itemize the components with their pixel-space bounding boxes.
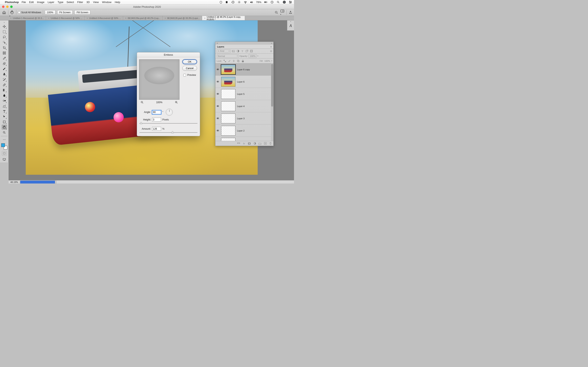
fill-screen-button[interactable]: Fill Screen bbox=[74, 10, 90, 15]
lock-paint-icon[interactable] bbox=[228, 59, 231, 63]
history-brush-tool[interactable] bbox=[2, 77, 7, 82]
menu-view[interactable]: View bbox=[93, 1, 99, 4]
dodge-tool[interactable] bbox=[2, 98, 7, 103]
doc-tab[interactable]: ×0E2A9126a.psd @ 48.2% (Lay... bbox=[123, 16, 163, 20]
menu-layer[interactable]: Layer bbox=[48, 1, 54, 4]
app-name[interactable]: Photoshop bbox=[5, 1, 19, 4]
home-button[interactable] bbox=[2, 10, 7, 15]
visibility-icon[interactable]: 👁 bbox=[216, 105, 219, 108]
doc-tab[interactable]: ×0E2A9126.psd @ 33.3% (Laye... bbox=[163, 16, 202, 20]
puzzle-icon[interactable] bbox=[225, 1, 229, 4]
menu-3d[interactable]: 3D bbox=[86, 1, 90, 4]
layer-row[interactable]: 👁 Layer 6 bbox=[215, 76, 273, 88]
battery-icon[interactable] bbox=[264, 1, 268, 4]
layer-scrollbar[interactable] bbox=[271, 63, 273, 141]
visibility-icon[interactable]: 👁 bbox=[216, 129, 219, 132]
blur-tool[interactable] bbox=[2, 93, 7, 98]
panel-expand-icon[interactable]: « bbox=[271, 42, 272, 44]
close-icon[interactable]: × bbox=[204, 17, 205, 19]
window-minimize-button[interactable] bbox=[6, 6, 9, 8]
shield-icon[interactable] bbox=[219, 1, 223, 4]
eraser-tool[interactable] bbox=[2, 82, 7, 87]
menu-filter[interactable]: Filter bbox=[77, 1, 83, 4]
healing-tool[interactable] bbox=[2, 61, 7, 66]
marquee-tool[interactable] bbox=[2, 29, 7, 34]
screen-mode-button[interactable] bbox=[2, 157, 7, 162]
fg-color-swatch[interactable] bbox=[1, 143, 5, 147]
layer-name[interactable]: Layer 6 copy bbox=[237, 68, 273, 71]
close-icon[interactable]: × bbox=[164, 17, 166, 19]
menu-image[interactable]: Image bbox=[37, 1, 44, 4]
filter-kind-dropdown[interactable]: Kind▾ bbox=[217, 49, 231, 53]
height-input[interactable] bbox=[152, 118, 161, 122]
layers-tab[interactable]: Layers bbox=[217, 45, 224, 48]
scrollbar-thumb[interactable] bbox=[271, 64, 273, 107]
close-icon[interactable]: × bbox=[125, 17, 126, 19]
menu-edit[interactable]: Edit bbox=[29, 1, 34, 4]
layer-name[interactable]: Layer 3 bbox=[237, 117, 273, 120]
panel-close-icon[interactable]: × bbox=[217, 42, 218, 44]
path-select-tool[interactable] bbox=[2, 114, 7, 119]
menu-type[interactable]: Type bbox=[58, 1, 63, 4]
stamp-tool[interactable] bbox=[2, 72, 7, 77]
wifi-icon[interactable] bbox=[244, 1, 247, 4]
timemachine-icon[interactable] bbox=[232, 1, 235, 4]
volume-icon[interactable] bbox=[250, 1, 253, 4]
layer-thumb[interactable] bbox=[221, 89, 235, 99]
layer-row[interactable]: 👁 Layer 4 bbox=[215, 100, 273, 112]
pen-tool[interactable] bbox=[2, 104, 7, 108]
panel-menu-icon[interactable]: ≡ bbox=[270, 45, 272, 48]
angle-wheel[interactable] bbox=[166, 109, 173, 116]
layer-row[interactable] bbox=[215, 137, 273, 141]
layer-name[interactable]: Layer 4 bbox=[237, 105, 273, 108]
character-panel-icon[interactable]: A bbox=[288, 23, 294, 29]
spotlight-icon[interactable] bbox=[277, 1, 280, 4]
window-maximize-button[interactable] bbox=[10, 6, 13, 8]
layer-thumb[interactable] bbox=[221, 101, 235, 111]
menu-select[interactable]: Select bbox=[67, 1, 74, 4]
filter-pixel-icon[interactable] bbox=[232, 50, 235, 53]
menu-help[interactable]: Help bbox=[115, 1, 120, 4]
layer-mask-icon[interactable] bbox=[248, 142, 251, 145]
window-close-button[interactable] bbox=[2, 6, 4, 8]
layer-thumb[interactable] bbox=[221, 77, 235, 87]
gradient-tool[interactable] bbox=[2, 88, 7, 92]
cancel-button[interactable]: Cancel bbox=[182, 66, 197, 71]
angle-input[interactable] bbox=[152, 110, 161, 114]
lasso-tool[interactable] bbox=[2, 35, 7, 40]
blend-mode-dropdown[interactable]: Normal▾ bbox=[217, 54, 239, 58]
clock-icon[interactable] bbox=[270, 1, 274, 4]
filter-toggle[interactable] bbox=[270, 50, 272, 52]
layer-name[interactable]: Layer 5 bbox=[237, 93, 273, 95]
link-layers-icon[interactable] bbox=[237, 142, 240, 145]
panel-collapse-icon[interactable]: « bbox=[290, 20, 291, 23]
layer-row[interactable]: 👁 Layer 5 bbox=[215, 88, 273, 100]
hand-tool-icon[interactable]: ▾ bbox=[10, 10, 15, 15]
filter-preview[interactable] bbox=[139, 59, 180, 100]
search-icon[interactable] bbox=[275, 11, 278, 14]
new-layer-icon[interactable] bbox=[264, 142, 267, 145]
layer-name[interactable]: Layer 6 bbox=[237, 81, 273, 83]
filter-shape-icon[interactable] bbox=[245, 50, 249, 53]
layer-row[interactable]: 👁 Layer 6 copy bbox=[215, 63, 273, 76]
move-tool[interactable] bbox=[2, 24, 7, 29]
amount-input[interactable] bbox=[152, 127, 161, 131]
visibility-icon[interactable]: 👁 bbox=[216, 117, 219, 120]
group-icon[interactable] bbox=[258, 142, 261, 145]
progress-handle[interactable]: › bbox=[55, 181, 57, 184]
doc-tab[interactable]: ×Untitled-3-Recovered @ 50% ... bbox=[85, 16, 123, 20]
workspace-icon[interactable]: ▾ bbox=[280, 9, 285, 16]
layer-row[interactable]: 👁 Layer 2 bbox=[215, 125, 273, 137]
edit-toolbar-button[interactable]: ⋯ bbox=[2, 137, 7, 142]
scroll-all-checkbox[interactable]: Scroll All Windows bbox=[18, 11, 41, 14]
lock-trans-icon[interactable] bbox=[223, 59, 226, 63]
control-center-icon[interactable] bbox=[289, 1, 292, 4]
brush-tool[interactable] bbox=[2, 67, 7, 71]
amount-slider[interactable] bbox=[139, 131, 198, 134]
share-icon[interactable] bbox=[289, 11, 292, 14]
close-icon[interactable]: × bbox=[48, 17, 49, 19]
doc-tab[interactable]: ×Untitled-1-Recovered @ 33.3... bbox=[8, 16, 46, 20]
layer-fx-icon[interactable]: fx bbox=[242, 142, 246, 145]
layer-thumb[interactable] bbox=[221, 138, 235, 141]
filter-adjust-icon[interactable] bbox=[236, 50, 240, 53]
